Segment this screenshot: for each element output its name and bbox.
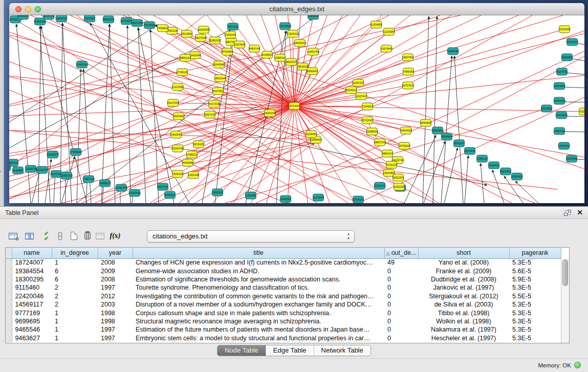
graph-node[interactable]: 3915901 bbox=[9, 164, 11, 171]
table-cell[interactable]: Estimation of the future numbers of pati… bbox=[133, 325, 384, 334]
graph-node[interactable]: 1915408 bbox=[559, 26, 570, 33]
close-panel-icon[interactable]: ✕ bbox=[577, 209, 583, 216]
graph-node[interactable]: 9884067 bbox=[382, 150, 393, 157]
graph-node[interactable]: 12505135 bbox=[60, 172, 73, 179]
graph-node[interactable]: 9146821 bbox=[262, 51, 273, 58]
graph-node[interactable]: 12103544 bbox=[558, 142, 570, 149]
table-cell[interactable]: Franke et al. (2009) bbox=[418, 267, 509, 275]
table-cell[interactable]: 14569117 bbox=[12, 300, 52, 309]
graph-node[interactable]: 1615132 bbox=[386, 161, 397, 168]
graph-node[interactable]: 8756985 bbox=[222, 48, 233, 55]
table-cell[interactable]: de Silva et al. (2003) bbox=[418, 300, 509, 309]
graph-node[interactable]: 18724007 bbox=[288, 102, 300, 110]
table-cell[interactable]: 0 bbox=[384, 267, 418, 275]
graph-node[interactable]: 7955124 bbox=[579, 108, 585, 115]
table-mode-icon[interactable]: ⚙ bbox=[6, 229, 19, 243]
table-cell[interactable]: 5.9E-5 bbox=[509, 275, 561, 283]
table-cell[interactable]: 1998 bbox=[98, 309, 133, 317]
select-columns-icon[interactable]: ✔✔ bbox=[39, 229, 52, 243]
graph-node[interactable]: 2935114 bbox=[477, 155, 488, 162]
table-cell[interactable]: 2 bbox=[52, 300, 98, 309]
graph-node[interactable]: 1156869 bbox=[13, 167, 24, 174]
graph-node[interactable]: 14671355 bbox=[131, 19, 143, 27]
graph-node[interactable]: 1897453 bbox=[403, 54, 413, 61]
graph-node[interactable]: 1294275 bbox=[26, 165, 36, 172]
graph-node[interactable]: 7957224 bbox=[228, 23, 238, 30]
graph-node[interactable]: 9474444 bbox=[465, 147, 475, 155]
table-cell[interactable]: Yano et al. (2008) bbox=[418, 258, 509, 267]
graph-node[interactable]: 12093852 bbox=[553, 82, 565, 90]
column-header-year[interactable]: year bbox=[98, 248, 133, 258]
graph-node[interactable]: 12215987 bbox=[383, 28, 395, 35]
table-cell[interactable]: 1998 bbox=[98, 317, 133, 325]
table-cell[interactable]: Stergiakouli et al. (2012) bbox=[418, 292, 509, 300]
graph-node[interactable]: 22942757 bbox=[36, 166, 48, 173]
table-cell[interactable]: Hescheler et al. (1997) bbox=[418, 334, 509, 342]
graph-node[interactable]: 18300295 bbox=[264, 110, 276, 117]
graph-node[interactable]: 9227342 bbox=[557, 68, 568, 75]
table-cell[interactable]: Estimation of significance thresholds fo… bbox=[133, 275, 384, 283]
graph-node[interactable]: 9640954 bbox=[432, 127, 443, 134]
graph-node[interactable]: 9417004 bbox=[209, 100, 220, 107]
graph-node[interactable]: 1691448 bbox=[188, 171, 199, 179]
graph-node[interactable]: 8427552 bbox=[213, 87, 224, 95]
column-header-out-de-[interactable]: △out_de... bbox=[384, 248, 418, 258]
graph-node[interactable]: 4099489 bbox=[183, 159, 193, 166]
column-header-title[interactable]: title bbox=[133, 248, 384, 258]
table-cell[interactable]: 6 bbox=[52, 267, 98, 275]
graph-node[interactable]: 18226058 bbox=[198, 26, 210, 33]
graph-node[interactable]: 9252254 bbox=[393, 174, 404, 181]
graph-node[interactable]: 8267130 bbox=[205, 111, 215, 118]
graph-node[interactable]: 2803144 bbox=[215, 75, 226, 82]
graph-node[interactable]: 8454749 bbox=[249, 45, 260, 52]
table-cell[interactable]: 1997 bbox=[98, 334, 133, 342]
graph-node[interactable]: 12444154 bbox=[553, 97, 565, 104]
table-cell[interactable]: 22420046 bbox=[12, 292, 52, 300]
graph-nodes[interactable]: 2405572420691406106553271527602846616010… bbox=[9, 15, 584, 203]
column-header-pagerank[interactable]: pagerank bbox=[509, 248, 561, 258]
graph-node[interactable]: 1915642 bbox=[171, 131, 182, 138]
graph-node[interactable]: 1866360 bbox=[18, 15, 29, 19]
graph-node[interactable]: 16648784 bbox=[447, 48, 459, 55]
graph-node[interactable]: 1545023 bbox=[280, 195, 291, 203]
table-cell[interactable]: 1997 bbox=[98, 325, 133, 334]
table-cell[interactable]: 9699695 bbox=[12, 317, 52, 325]
network-canvas-svg[interactable]: 2405572420691406106553271527602846616010… bbox=[9, 15, 584, 203]
table-row[interactable]: 946554611997Estimation of the future num… bbox=[6, 325, 561, 334]
graph-node[interactable]: 2055724 bbox=[43, 15, 54, 19]
table-cell[interactable]: 2009 bbox=[98, 267, 133, 275]
table-cell[interactable]: 5.5E-5 bbox=[509, 292, 561, 300]
table-cell[interactable]: 5.3E-5 bbox=[509, 300, 561, 309]
graph-node[interactable]: 16958167 bbox=[99, 180, 111, 187]
graph-node[interactable]: 16961758 bbox=[307, 48, 319, 55]
show-columns-icon[interactable] bbox=[23, 229, 36, 243]
table-cell[interactable]: 0 bbox=[384, 309, 418, 317]
graph-node[interactable]: 17957223 bbox=[82, 176, 95, 183]
graph-node[interactable]: 9245021 bbox=[165, 191, 176, 199]
table-cell[interactable]: 18300295 bbox=[12, 275, 52, 283]
graph-node[interactable]: 11607427 bbox=[355, 93, 367, 100]
table-cell[interactable]: Tourette syndrome. Phenomenology and cla… bbox=[133, 283, 384, 292]
table-cell[interactable]: 5.6E-5 bbox=[509, 267, 561, 275]
table-cell[interactable]: 2012 bbox=[98, 292, 133, 300]
graph-node[interactable]: 1092455 bbox=[246, 192, 256, 199]
graph-node[interactable]: 18757515 bbox=[402, 82, 414, 89]
delete-table-icon[interactable] bbox=[93, 229, 106, 243]
table-cell[interactable]: 1 bbox=[52, 309, 98, 317]
row-height-icon[interactable] bbox=[53, 229, 67, 243]
graph-node[interactable]: 10655327 bbox=[55, 15, 68, 22]
graph-node[interactable]: 19654903 bbox=[172, 113, 185, 120]
column-header-in-degree[interactable]: in_degree bbox=[52, 248, 98, 258]
graph-node[interactable]: 18807243 bbox=[374, 139, 386, 146]
graph-node[interactable]: 9699695 bbox=[421, 119, 431, 126]
table-cell[interactable]: 9777169 bbox=[12, 309, 52, 317]
delete-column-icon[interactable] bbox=[81, 229, 94, 243]
network-window-titlebar[interactable]: citations_edges.txt bbox=[9, 3, 584, 15]
graph-node[interactable]: 7515526 bbox=[144, 21, 155, 29]
table-scrollbar[interactable] bbox=[561, 258, 569, 343]
table-cell[interactable]: 9465546 bbox=[12, 325, 52, 334]
table-cell[interactable]: Changes of HCN gene expression and I(f) … bbox=[133, 258, 384, 267]
table-row[interactable]: 1938455462009Genome-wide association stu… bbox=[6, 267, 561, 275]
table-cell[interactable]: Nakamura et al. (1997) bbox=[418, 325, 509, 334]
graph-node[interactable]: 8990443 bbox=[307, 68, 318, 75]
